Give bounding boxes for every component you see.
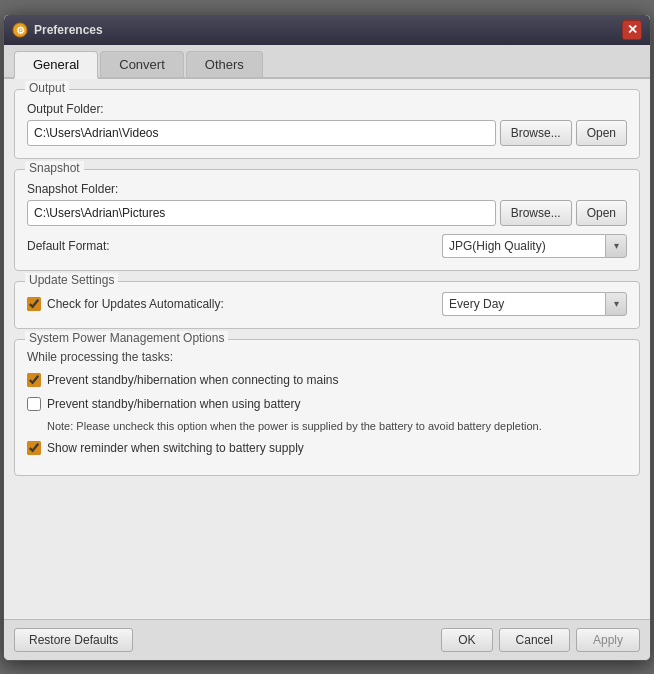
cancel-button[interactable]: Cancel (499, 628, 570, 652)
power-subtitle: While processing the tasks: (27, 350, 627, 364)
output-browse-button[interactable]: Browse... (500, 120, 572, 146)
snapshot-format-row: Default Format: ▾ (27, 234, 627, 258)
main-content: Output Output Folder: Browse... Open Sna… (4, 79, 650, 619)
update-frequency-wrap: ▾ (442, 292, 627, 316)
update-section-label: Update Settings (25, 273, 118, 287)
update-section: Update Settings Check for Updates Automa… (14, 281, 640, 329)
output-folder-label: Output Folder: (27, 102, 627, 116)
snapshot-section: Snapshot Snapshot Folder: Browse... Open… (14, 169, 640, 271)
tab-general[interactable]: General (14, 51, 98, 79)
update-row: Check for Updates Automatically: ▾ (27, 292, 627, 316)
power-option2-row: Prevent standby/hibernation when using b… (27, 394, 627, 415)
snapshot-format-label: Default Format: (27, 239, 110, 253)
power-note-text: Note: Please uncheck this option when th… (47, 419, 627, 434)
snapshot-folder-input[interactable] (27, 200, 496, 226)
power-mains-label: Prevent standby/hibernation when connect… (47, 372, 339, 389)
power-battery-label: Prevent standby/hibernation when using b… (47, 396, 301, 413)
snapshot-format-input[interactable] (442, 234, 605, 258)
snapshot-open-button[interactable]: Open (576, 200, 627, 226)
title-bar-left: ⚙ Preferences (12, 22, 103, 38)
tab-others[interactable]: Others (186, 51, 263, 77)
output-section: Output Output Folder: Browse... Open (14, 89, 640, 159)
auto-update-checkbox[interactable] (27, 297, 41, 311)
power-option3-row: Show reminder when switching to battery … (27, 438, 627, 459)
power-option1-row: Prevent standby/hibernation when connect… (27, 370, 627, 391)
app-icon: ⚙ (12, 22, 28, 38)
bottom-bar: Restore Defaults OK Cancel Apply (4, 619, 650, 660)
snapshot-browse-button[interactable]: Browse... (500, 200, 572, 226)
ok-cancel-apply-group: OK Cancel Apply (441, 628, 640, 652)
snapshot-folder-label: Snapshot Folder: (27, 182, 627, 196)
ok-button[interactable]: OK (441, 628, 492, 652)
snapshot-section-label: Snapshot (25, 161, 84, 175)
tab-convert[interactable]: Convert (100, 51, 184, 77)
output-section-label: Output (25, 81, 69, 95)
dialog-title: Preferences (34, 23, 103, 37)
update-frequency-dropdown-btn[interactable]: ▾ (605, 292, 627, 316)
preferences-dialog: ⚙ Preferences ✕ General Convert Others O… (3, 14, 651, 661)
snapshot-format-select-wrap: ▾ (442, 234, 627, 258)
power-section-label: System Power Management Options (25, 331, 228, 345)
power-reminder-checkbox[interactable] (27, 441, 41, 455)
output-folder-row: Browse... Open (27, 120, 627, 146)
auto-update-label: Check for Updates Automatically: (47, 297, 436, 311)
power-battery-checkbox[interactable] (27, 397, 41, 411)
power-section: System Power Management Options While pr… (14, 339, 640, 477)
snapshot-folder-row: Browse... Open (27, 200, 627, 226)
output-open-button[interactable]: Open (576, 120, 627, 146)
tabs-row: General Convert Others (4, 45, 650, 79)
close-button[interactable]: ✕ (622, 20, 642, 40)
apply-button[interactable]: Apply (576, 628, 640, 652)
restore-defaults-button[interactable]: Restore Defaults (14, 628, 133, 652)
power-mains-checkbox[interactable] (27, 373, 41, 387)
svg-text:⚙: ⚙ (16, 25, 25, 36)
output-folder-input[interactable] (27, 120, 496, 146)
title-bar: ⚙ Preferences ✕ (4, 15, 650, 45)
update-frequency-input[interactable] (442, 292, 605, 316)
power-reminder-label: Show reminder when switching to battery … (47, 440, 304, 457)
snapshot-format-dropdown-btn[interactable]: ▾ (605, 234, 627, 258)
